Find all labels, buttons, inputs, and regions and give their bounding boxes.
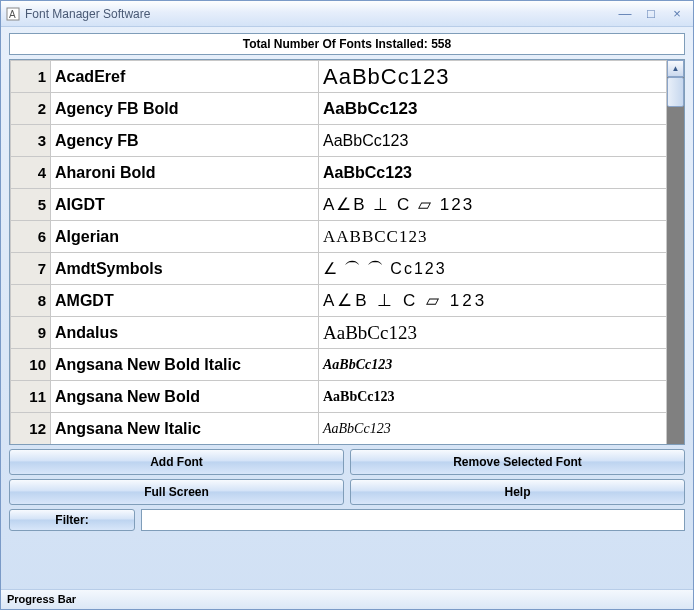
font-name-cell[interactable]: Agency FB Bold (51, 93, 319, 125)
scroll-thumb[interactable] (667, 77, 684, 107)
filter-label: Filter: (9, 509, 135, 531)
table-row[interactable]: 1AcadErefAaBbCc123 (11, 61, 667, 93)
vertical-scrollbar[interactable]: ▲ (667, 60, 684, 444)
fonts-count-header: Total Number Of Fonts Installed: 558 (9, 33, 685, 55)
table-row[interactable]: 2Agency FB BoldAaBbCc123 (11, 93, 667, 125)
svg-text:A: A (9, 9, 16, 20)
font-name-cell[interactable]: AmdtSymbols (51, 253, 319, 285)
close-button[interactable]: × (665, 6, 689, 22)
row-number: 11 (11, 381, 51, 413)
row-number: 10 (11, 349, 51, 381)
row-number: 1 (11, 61, 51, 93)
font-name-cell[interactable]: Angsana New Bold Italic (51, 349, 319, 381)
font-sample-cell: AABBCC123 (319, 221, 667, 253)
row-number: 4 (11, 157, 51, 189)
table-row[interactable]: 3Agency FBAaBbCc123 (11, 125, 667, 157)
font-grid: 1AcadErefAaBbCc1232Agency FB BoldAaBbCc1… (9, 59, 685, 445)
button-row-1: Add Font Remove Selected Font (9, 449, 685, 475)
app-icon: A (5, 6, 21, 22)
table-row[interactable]: 11Angsana New BoldAaBbCc123 (11, 381, 667, 413)
button-row-2: Full Screen Help (9, 479, 685, 505)
help-button[interactable]: Help (350, 479, 685, 505)
font-sample-cell: AaBbCc123 (319, 349, 667, 381)
font-name-cell[interactable]: AMGDT (51, 285, 319, 317)
row-number: 6 (11, 221, 51, 253)
window-controls: — □ × (613, 6, 689, 22)
font-sample-cell: AaBbCc123 (319, 125, 667, 157)
table-row[interactable]: 9AndalusAaBbCc123 (11, 317, 667, 349)
titlebar: A Font Manager Software — □ × (1, 1, 693, 27)
font-sample-cell: ∠ ⏜ ⏜ Cc123 (319, 253, 667, 285)
font-name-cell[interactable]: Aharoni Bold (51, 157, 319, 189)
add-font-button[interactable]: Add Font (9, 449, 344, 475)
table-row[interactable]: 12Angsana New ItalicAaBbCc123 (11, 413, 667, 445)
scroll-up-icon[interactable]: ▲ (667, 60, 684, 77)
row-number: 8 (11, 285, 51, 317)
font-name-cell[interactable]: Andalus (51, 317, 319, 349)
row-number: 12 (11, 413, 51, 445)
minimize-button[interactable]: — (613, 6, 637, 22)
font-sample-cell: AaBbCc123 (319, 61, 667, 93)
font-table[interactable]: 1AcadErefAaBbCc1232Agency FB BoldAaBbCc1… (10, 60, 667, 444)
font-sample-cell: AaBbCc123 (319, 381, 667, 413)
fullscreen-button[interactable]: Full Screen (9, 479, 344, 505)
row-number: 7 (11, 253, 51, 285)
content-area: Total Number Of Fonts Installed: 558 1Ac… (1, 27, 693, 589)
table-row[interactable]: 7AmdtSymbols∠ ⏜ ⏜ Cc123 (11, 253, 667, 285)
font-sample-cell: AaBbCc123 (319, 93, 667, 125)
font-name-cell[interactable]: Angsana New Bold (51, 381, 319, 413)
font-name-cell[interactable]: Algerian (51, 221, 319, 253)
font-sample-cell: AaBbCc123 (319, 413, 667, 445)
maximize-button[interactable]: □ (639, 6, 663, 22)
font-sample-cell: AaBbCc123 (319, 317, 667, 349)
table-row[interactable]: 10Angsana New Bold ItalicAaBbCc123 (11, 349, 667, 381)
app-window: A Font Manager Software — □ × Total Numb… (0, 0, 694, 610)
font-sample-cell: A∠B ⊥ C ▱ 123 (319, 285, 667, 317)
filter-input[interactable] (141, 509, 685, 531)
window-title: Font Manager Software (25, 7, 613, 21)
status-bar: Progress Bar (1, 589, 693, 609)
table-row[interactable]: 5AIGDTA∠B ⊥ C ▱ 123 (11, 189, 667, 221)
font-name-cell[interactable]: AIGDT (51, 189, 319, 221)
table-row[interactable]: 4Aharoni BoldAaBbCc123 (11, 157, 667, 189)
row-number: 5 (11, 189, 51, 221)
table-row[interactable]: 6AlgerianAABBCC123 (11, 221, 667, 253)
row-number: 9 (11, 317, 51, 349)
remove-font-button[interactable]: Remove Selected Font (350, 449, 685, 475)
scroll-track[interactable] (667, 107, 684, 444)
font-sample-cell: AaBbCc123 (319, 157, 667, 189)
font-sample-cell: A∠B ⊥ C ▱ 123 (319, 189, 667, 221)
filter-row: Filter: (9, 509, 685, 531)
font-name-cell[interactable]: Agency FB (51, 125, 319, 157)
table-row[interactable]: 8AMGDTA∠B ⊥ C ▱ 123 (11, 285, 667, 317)
font-name-cell[interactable]: AcadEref (51, 61, 319, 93)
row-number: 3 (11, 125, 51, 157)
font-name-cell[interactable]: Angsana New Italic (51, 413, 319, 445)
row-number: 2 (11, 93, 51, 125)
